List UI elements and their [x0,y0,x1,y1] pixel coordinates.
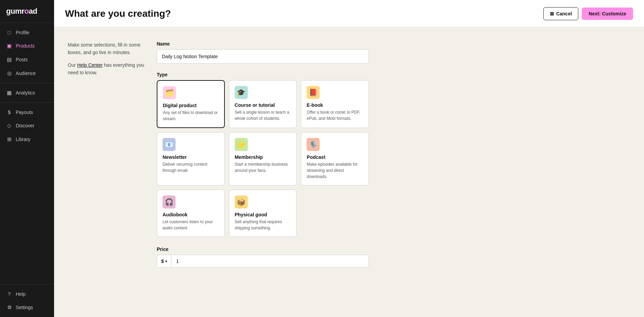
sidebar-item-audience[interactable]: ◎ Audience [0,66,54,80]
sidebar: gumroad □ Profile ▣ Products ▤ Posts ◎ A… [0,0,54,317]
header-actions: ⊠ Cancel Next: Customize [543,7,633,20]
sidebar-item-label: Profile [16,30,29,35]
membership-icon: 🌟 [235,138,248,151]
currency-select[interactable]: $ ▾ [157,255,171,267]
name-label: Name [157,41,369,47]
card-desc-audiobook: Let customers listen to your audio conte… [163,219,219,231]
card-title-podcast: Podcast [307,154,363,160]
sidebar-item-label: Products [16,43,35,49]
settings-icon: ⚙ [6,304,12,310]
sidebar-item-payouts[interactable]: $ Payouts [0,105,54,119]
type-label: Type [157,72,369,77]
page-header: What are you creating? ⊠ Cancel Next: Cu… [54,0,644,27]
type-grid: 🗂️ Digital product Any set of files to d… [157,80,369,237]
price-row: $ ▾ [157,255,369,268]
sidebar-bottom: ? Help ⚙ Settings [0,284,54,317]
type-card-audiobook[interactable]: 🎧 Audiobook Let customers listen to your… [157,190,225,237]
type-card-membership[interactable]: 🌟 Membership Start a membership business… [229,132,297,186]
profile-icon: □ [6,29,12,35]
digital-icon: 🗂️ [163,86,176,99]
library-icon: ⊞ [6,136,12,142]
payouts-icon: $ [6,109,12,115]
sidebar-item-settings[interactable]: ⚙ Settings [0,301,54,314]
ebook-icon: 📕 [307,86,320,99]
cancel-icon: ⊠ [550,11,554,16]
sidebar-item-label: Settings [16,305,33,310]
cancel-label: Cancel [556,11,572,16]
card-title-digital: Digital product [163,103,219,108]
discover-icon: ◇ [6,123,12,129]
logo-text: gumroad [6,7,48,16]
intro-text-1: Make some selections, fill in some boxes… [68,41,146,56]
help-icon: ? [6,291,12,297]
card-desc-newsletter: Deliver recurring content through email. [163,161,219,174]
cancel-button[interactable]: ⊠ Cancel [543,7,578,20]
type-card-ebook[interactable]: 📕 E-book Offer a book or comic in PDF, e… [301,80,369,128]
card-title-physical: Physical good [235,212,291,217]
chevron-down-icon: ▾ [165,259,167,263]
logo: gumroad [0,0,54,23]
card-title-course: Course or tutorial [235,102,291,108]
type-card-physical[interactable]: 📦 Physical good Sell anything that requi… [229,190,297,237]
sidebar-item-label: Audience [16,71,36,76]
card-desc-digital: Any set of files to download or stream. [163,110,219,122]
sidebar-item-posts[interactable]: ▤ Posts [0,53,54,66]
intro-info: Make some selections, fill in some boxes… [68,41,157,303]
name-input[interactable] [157,49,369,64]
main-nav: □ Profile ▣ Products ▤ Posts ◎ Audience … [0,23,54,284]
price-label: Price [157,246,369,252]
product-form: Name Type 🗂️ Digital product Any set of … [157,41,369,303]
sidebar-item-help[interactable]: ? Help [0,287,54,301]
audiobook-icon: 🎧 [163,195,176,208]
audience-icon: ◎ [6,70,12,76]
content-area: Make some selections, fill in some boxes… [54,27,644,317]
card-desc-ebook: Offer a book or comic in PDF, ePub, and … [307,109,363,122]
card-title-newsletter: Newsletter [163,154,219,160]
podcast-icon: 🎙️ [307,138,320,151]
type-card-podcast[interactable]: 🎙️ Podcast Make episodes available for s… [301,132,369,186]
sidebar-item-library[interactable]: ⊞ Library [0,132,54,146]
type-card-newsletter[interactable]: 📧 Newsletter Deliver recurring content t… [157,132,225,186]
page-title: What are you creating? [65,8,171,19]
physical-icon: 📦 [235,195,248,208]
sidebar-item-discover[interactable]: ◇ Discover [0,119,54,132]
products-icon: ▣ [6,43,12,49]
card-desc-physical: Sell anything that requires shipping som… [235,219,291,231]
sidebar-item-label: Help [16,291,26,297]
sidebar-item-label: Payouts [16,110,33,115]
intro-text-2: Our Help Center has everything you need … [68,61,146,77]
card-desc-membership: Start a membership business around your … [235,161,291,174]
sidebar-item-label: Library [16,137,30,142]
type-card-course[interactable]: 🎓 Course or tutorial Sell a single lesso… [229,80,297,128]
sidebar-item-products[interactable]: ▣ Products [0,39,54,53]
posts-icon: ▤ [6,56,12,63]
card-desc-course: Sell a single lesson or teach a whole co… [235,109,291,122]
sidebar-item-label: Posts [16,57,28,62]
card-desc-podcast: Make episodes available for streaming an… [307,161,363,180]
analytics-icon: ▦ [6,90,12,96]
next-button[interactable]: Next: Customize [582,8,633,20]
price-input[interactable] [171,255,369,267]
type-card-digital[interactable]: 🗂️ Digital product Any set of files to d… [157,80,225,128]
sidebar-item-profile[interactable]: □ Profile [0,26,54,39]
sidebar-item-analytics[interactable]: ▦ Analytics [0,86,54,100]
sidebar-item-label: Discover [16,123,34,128]
course-icon: 🎓 [235,86,248,99]
currency-symbol: $ [161,258,164,264]
card-title-audiobook: Audiobook [163,212,219,217]
sidebar-item-label: Analytics [16,90,35,96]
card-title-ebook: E-book [307,102,363,108]
card-title-membership: Membership [235,154,291,160]
next-label: Next: Customize [589,11,626,16]
newsletter-icon: 📧 [163,138,176,151]
main-content: What are you creating? ⊠ Cancel Next: Cu… [54,0,644,317]
help-center-link[interactable]: Help Center [77,62,103,68]
